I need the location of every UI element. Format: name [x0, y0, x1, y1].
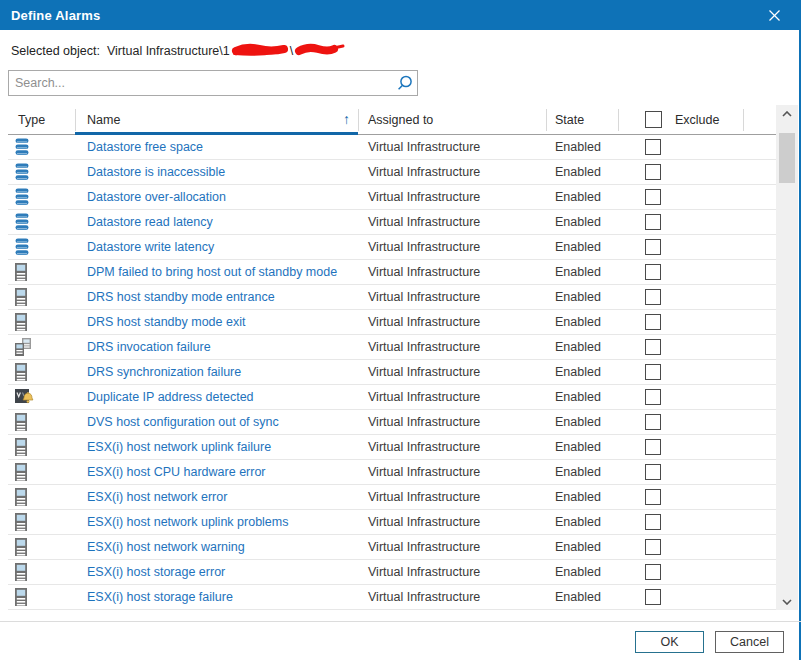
type-cell	[8, 363, 75, 381]
exclude-checkbox[interactable]	[645, 214, 661, 230]
state-value: Enabled	[546, 415, 618, 429]
table-row[interactable]: DRS host standby mode entranceVirtual In…	[8, 285, 776, 310]
name-cell: Datastore write latency	[75, 240, 358, 254]
vertical-scrollbar[interactable]	[776, 105, 798, 610]
table-row[interactable]: DRS invocation failureVirtual Infrastruc…	[8, 335, 776, 360]
table-row[interactable]: ESX(i) host network uplink problemsVirtu…	[8, 510, 776, 535]
table-row[interactable]: ESX(i) host storage failureVirtual Infra…	[8, 585, 776, 610]
host-icon	[15, 263, 27, 281]
exclude-checkbox[interactable]	[645, 439, 661, 455]
table-row[interactable]: Datastore is inaccessibleVirtual Infrast…	[8, 160, 776, 185]
exclude-checkbox[interactable]	[645, 514, 661, 530]
table-row[interactable]: Datastore over-allocationVirtual Infrast…	[8, 185, 776, 210]
exclude-checkbox[interactable]	[645, 414, 661, 430]
alarm-name-link[interactable]: Datastore write latency	[87, 240, 214, 254]
alarm-name-link[interactable]: DRS synchronization failure	[87, 365, 241, 379]
exclude-checkbox[interactable]	[645, 139, 661, 155]
search-input[interactable]	[9, 76, 391, 90]
alarm-name-link[interactable]: Datastore over-allocation	[87, 190, 226, 204]
close-button[interactable]	[764, 6, 784, 24]
exclude-checkbox[interactable]	[645, 339, 661, 355]
table-row[interactable]: ESX(i) host network warningVirtual Infra…	[8, 535, 776, 560]
selected-object-separator: \	[290, 44, 293, 58]
exclude-all-checkbox[interactable]	[645, 111, 662, 128]
alarm-name-link[interactable]: ESX(i) host CPU hardware error	[87, 465, 266, 479]
host-icon	[15, 513, 27, 531]
exclude-checkbox[interactable]	[645, 264, 661, 280]
scroll-down-button[interactable]	[776, 593, 798, 610]
table-row[interactable]: DPM failed to bring host out of standby …	[8, 260, 776, 285]
alarm-name-link[interactable]: Datastore free space	[87, 140, 203, 154]
exclude-checkbox[interactable]	[645, 564, 661, 580]
alarm-name-link[interactable]: ESX(i) host network uplink failure	[87, 440, 271, 454]
type-cell	[8, 438, 75, 456]
alarm-name-link[interactable]: Datastore is inaccessible	[87, 165, 225, 179]
table-row[interactable]: DRS host standby mode exitVirtual Infras…	[8, 310, 776, 335]
table-row[interactable]: DVS host configuration out of syncVirtua…	[8, 410, 776, 435]
table-row[interactable]: Datastore free spaceVirtual Infrastructu…	[8, 135, 776, 160]
alarm-name-link[interactable]: ESX(i) host storage error	[87, 565, 225, 579]
table-row[interactable]: Datastore write latencyVirtual Infrastru…	[8, 235, 776, 260]
table-row[interactable]: ESX(i) host network uplink failureVirtua…	[8, 435, 776, 460]
search-icon	[391, 74, 417, 93]
alarm-name-link[interactable]: ESX(i) host storage failure	[87, 590, 233, 604]
chevron-up-icon	[782, 111, 792, 117]
exclude-checkbox[interactable]	[645, 314, 661, 330]
close-icon	[768, 9, 781, 22]
alarm-name-link[interactable]: DVS host configuration out of sync	[87, 415, 279, 429]
scrollbar-track[interactable]	[776, 122, 798, 593]
state-value: Enabled	[546, 165, 618, 179]
exclude-checkbox[interactable]	[645, 589, 661, 605]
exclude-checkbox[interactable]	[645, 164, 661, 180]
table-header: Type Name ↑ Assigned to State Exclude	[8, 105, 776, 135]
exclude-checkbox[interactable]	[645, 289, 661, 305]
exclude-cell	[618, 289, 743, 305]
name-cell: DRS synchronization failure	[75, 365, 358, 379]
host-icon	[15, 438, 27, 456]
table-row[interactable]: ESX(i) host network errorVirtual Infrast…	[8, 485, 776, 510]
scroll-up-button[interactable]	[776, 105, 798, 122]
type-cell	[8, 463, 75, 481]
exclude-checkbox[interactable]	[645, 189, 661, 205]
selected-object-line: Selected object:Virtual Infrastructure\1…	[11, 42, 347, 60]
alarm-name-link[interactable]: DRS host standby mode entrance	[87, 290, 275, 304]
column-header-exclude[interactable]: Exclude	[618, 111, 743, 128]
exclude-checkbox[interactable]	[645, 464, 661, 480]
alarm-name-link[interactable]: DRS invocation failure	[87, 340, 211, 354]
table-row[interactable]: Datastore read latencyVirtual Infrastruc…	[8, 210, 776, 235]
host-icon	[15, 363, 27, 381]
exclude-checkbox[interactable]	[645, 389, 661, 405]
type-cell	[8, 213, 75, 231]
exclude-checkbox[interactable]	[645, 489, 661, 505]
column-header-state[interactable]: State	[546, 113, 618, 127]
exclude-cell	[618, 389, 743, 405]
table-row[interactable]: ESX(i) host storage errorVirtual Infrast…	[8, 560, 776, 585]
name-cell: DPM failed to bring host out of standby …	[75, 265, 358, 279]
sort-ascending-icon: ↑	[343, 111, 350, 127]
alarm-name-link[interactable]: Duplicate IP address detected	[87, 390, 254, 404]
scrollbar-thumb[interactable]	[779, 133, 795, 183]
alarm-name-link[interactable]: DPM failed to bring host out of standby …	[87, 265, 337, 279]
datastore-icon	[15, 213, 29, 231]
exclude-checkbox[interactable]	[645, 364, 661, 380]
alarm-name-link[interactable]: DRS host standby mode exit	[87, 315, 245, 329]
exclude-checkbox[interactable]	[645, 239, 661, 255]
state-value: Enabled	[546, 190, 618, 204]
alarm-name-link[interactable]: ESX(i) host network warning	[87, 540, 245, 554]
exclude-checkbox[interactable]	[645, 539, 661, 555]
column-header-type[interactable]: Type	[8, 113, 75, 127]
ok-button[interactable]: OK	[635, 631, 704, 653]
table-row[interactable]: Duplicate IP address detectedVirtual Inf…	[8, 385, 776, 410]
column-header-name[interactable]: Name ↑	[75, 113, 358, 127]
cancel-button[interactable]: Cancel	[715, 631, 784, 653]
type-cell	[8, 413, 75, 431]
alarm-name-link[interactable]: ESX(i) host network error	[87, 490, 227, 504]
alarm-name-link[interactable]: Datastore read latency	[87, 215, 213, 229]
alarm-name-link[interactable]: ESX(i) host network uplink problems	[87, 515, 288, 529]
assigned-to-value: Virtual Infrastructure	[358, 365, 546, 379]
state-value: Enabled	[546, 515, 618, 529]
table-row[interactable]: ESX(i) host CPU hardware errorVirtual In…	[8, 460, 776, 485]
datastore-icon	[15, 138, 29, 156]
column-header-assigned-to[interactable]: Assigned to	[358, 113, 546, 127]
table-row[interactable]: DRS synchronization failureVirtual Infra…	[8, 360, 776, 385]
